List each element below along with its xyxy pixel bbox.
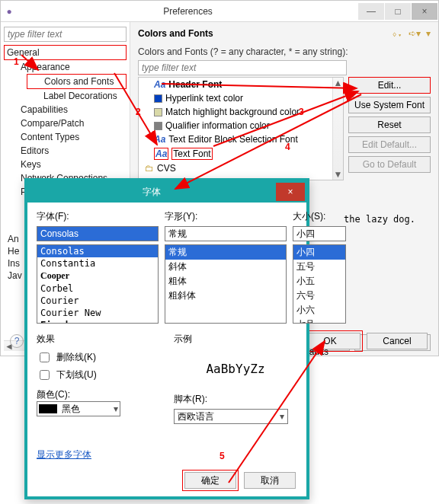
list-item[interactable]: Cooper [37, 270, 158, 282]
tree-item-capabilities[interactable]: Capabilities [4, 103, 127, 116]
underline-checkbox[interactable]: 下划线(U) [37, 368, 160, 382]
font-icon: Aa [154, 79, 165, 90]
font-icon: Aa [154, 134, 165, 145]
show-more-fonts-link[interactable]: 显示更多字体 [37, 448, 91, 461]
tree-item-content-types[interactable]: Content Types [4, 130, 127, 144]
color-swatch-icon [154, 94, 162, 103]
close-button[interactable]: × [412, 3, 437, 20]
cf-item-cvs[interactable]: 🗀CVS [139, 161, 343, 175]
color-swatch-icon [154, 108, 162, 116]
edit-default-button: Edit Default... [348, 136, 431, 153]
font-family-input[interactable] [37, 226, 159, 241]
list-item[interactable]: Fixedsys [37, 319, 158, 324]
list-item[interactable]: 小六 [293, 303, 345, 317]
colors-fonts-filter-input[interactable] [138, 60, 347, 75]
cancel-button[interactable]: Cancel [367, 333, 428, 349]
list-item[interactable]: 六号 [293, 289, 345, 303]
cf-item-match-bg[interactable]: Match highlight background color [139, 105, 343, 119]
edit-button[interactable]: Edit... [348, 77, 431, 94]
font-dialog-cancel-button[interactable]: 取消 [244, 472, 296, 489]
list-item[interactable]: 小五 [293, 274, 345, 289]
folder-icon: 🗀 [145, 163, 154, 174]
font-style-label: 字形(Y): [165, 210, 287, 223]
cf-tree-scrollbar[interactable]: ▲ ▼ [332, 78, 343, 180]
dropdown-icon[interactable]: ▾ [426, 28, 431, 39]
script-combobox[interactable]: 西欧语言 ▾ [174, 409, 288, 424]
use-system-font-button[interactable]: Use System Font [348, 97, 431, 113]
tree-item-general[interactable]: General [4, 45, 127, 60]
list-item[interactable]: Courier New [37, 307, 158, 319]
sample-preview: AaBbYyZz [174, 350, 297, 387]
scroll-up-icon[interactable]: ▲ [333, 78, 343, 88]
titlebar[interactable]: ● Preferences — □ × [1, 1, 438, 22]
font-dialog-title: 字体 [27, 186, 276, 199]
font-size-list[interactable]: 小四 五号 小五 六号 小六 七号 八号 [293, 244, 346, 324]
chevron-down-icon: ▾ [280, 411, 284, 422]
tree-item-compare-patch[interactable]: Compare/Patch [4, 116, 127, 130]
tree-item-appearance[interactable]: Appearance [4, 60, 127, 74]
forward-icon[interactable]: ➪▾ [409, 28, 421, 39]
list-item[interactable]: Courier [37, 295, 158, 307]
color-swatch-icon [39, 404, 57, 413]
go-to-default-button: Go to Default [348, 156, 431, 173]
effects-group-label: 效果 [37, 333, 160, 346]
cf-item-block-selection[interactable]: AaText Editor Block Selection Font [139, 132, 343, 146]
sample-label: 示例 [174, 333, 297, 346]
tree-filter-input[interactable] [4, 27, 127, 42]
cf-item-text-font[interactable]: AaText Font [139, 146, 343, 161]
list-item[interactable]: 粗体 [165, 274, 286, 289]
list-item[interactable]: 七号 [293, 317, 345, 324]
reset-button[interactable]: Reset [348, 116, 431, 133]
list-item[interactable]: 常规 [165, 245, 286, 260]
list-item[interactable]: Constantia [37, 257, 158, 270]
font-dialog-close-button[interactable]: × [276, 183, 305, 201]
font-dialog: 字体 × 字体(F): Consolas Constantia Cooper C… [24, 178, 309, 499]
list-item[interactable]: Consolas [37, 245, 158, 257]
font-dialog-ok-button[interactable]: 确定 [184, 472, 236, 489]
color-combobox[interactable]: 黑色 ▾ [37, 401, 120, 416]
back-icon[interactable]: ⬨▾ [392, 28, 402, 39]
font-family-list[interactable]: Consolas Constantia Cooper Corbel Courie… [37, 244, 159, 324]
font-size-input[interactable] [293, 226, 346, 241]
font-size-label: 大小(S): [293, 210, 346, 223]
font-icon: Aa [154, 148, 168, 160]
chevron-down-icon: ▾ [114, 404, 118, 414]
cf-item-hyperlink[interactable]: Hyperlink text color [139, 91, 343, 105]
font-style-input[interactable] [165, 226, 287, 241]
page-title: Colors and Fonts [138, 28, 389, 39]
cf-item-header-font[interactable]: AaHeader Font [139, 78, 343, 91]
font-dialog-titlebar[interactable]: 字体 × [27, 181, 306, 203]
color-swatch-icon [154, 122, 162, 130]
list-item[interactable]: 粗斜体 [165, 289, 286, 303]
script-label: 脚本(R): [174, 393, 297, 406]
color-label: 颜色(C): [37, 388, 160, 401]
window-title: Preferences [18, 6, 358, 17]
list-item[interactable]: Corbel [37, 282, 158, 295]
font-family-label: 字体(F): [37, 210, 159, 223]
colors-fonts-tree[interactable]: AaHeader Font Hyperlink text color Match… [138, 77, 344, 180]
list-item[interactable]: 斜体 [165, 260, 286, 274]
tree-item-editors[interactable]: Editors [4, 144, 127, 158]
strikeout-checkbox[interactable]: 删除线(K) [37, 350, 160, 365]
maximize-button[interactable]: □ [385, 3, 411, 20]
list-item[interactable]: 五号 [293, 260, 345, 274]
font-style-list[interactable]: 常规 斜体 粗体 粗斜体 [165, 244, 287, 324]
tree-item-colors-fonts[interactable]: Colors and Fonts [27, 74, 127, 89]
list-item[interactable]: 小四 [293, 245, 345, 260]
tree-item-keys[interactable]: Keys [4, 158, 127, 171]
cf-item-qualifier[interactable]: Qualifier information color [139, 119, 343, 132]
scroll-down-icon[interactable]: ▼ [333, 169, 343, 180]
help-icon[interactable]: ? [10, 334, 24, 348]
app-icon: ● [1, 6, 18, 17]
tree-item-label-decorations[interactable]: Label Decorations [27, 89, 127, 103]
minimize-button[interactable]: — [358, 3, 384, 20]
filter-hint: Colors and Fonts (? = any character, * =… [138, 46, 431, 57]
